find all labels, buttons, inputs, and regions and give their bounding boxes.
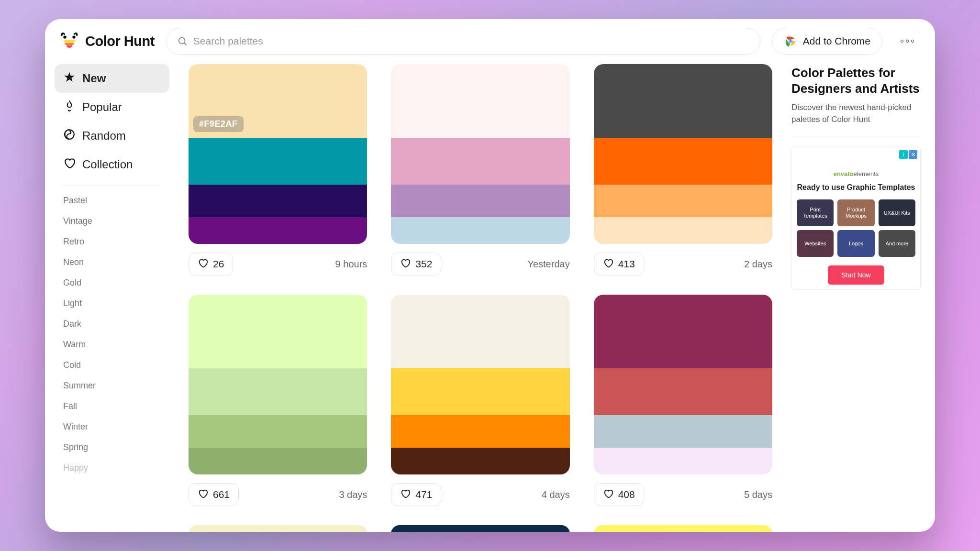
like-button[interactable]: 408 (594, 483, 644, 506)
like-button[interactable]: 352 (391, 253, 441, 276)
tag-fall[interactable]: Fall (63, 401, 169, 411)
palette[interactable] (391, 525, 569, 532)
palette-swatch[interactable] (594, 295, 772, 368)
palette-swatch[interactable] (594, 448, 772, 474)
brand[interactable]: Color Hunt (59, 31, 155, 51)
palette[interactable]: #F9E2AF (189, 64, 367, 244)
palette-swatch[interactable] (189, 295, 367, 368)
tag-gold[interactable]: Gold (63, 278, 169, 288)
palette-meta: 4085 days (594, 483, 772, 506)
tag-happy[interactable]: Happy (63, 463, 169, 473)
palette-time: Yesterday (527, 259, 569, 270)
heart-icon (603, 488, 613, 501)
chrome-icon (784, 34, 797, 48)
ad-tile[interactable]: Print Templates (797, 199, 834, 226)
right-divider (791, 136, 921, 136)
palette-swatch[interactable] (594, 185, 772, 217)
tag-dark[interactable]: Dark (63, 319, 169, 329)
like-button[interactable]: 413 (594, 253, 644, 276)
palette-grid: #F9E2AF269 hours352Yesterday4132 days661… (189, 64, 772, 532)
palette-swatch[interactable] (594, 217, 772, 244)
palette-swatch[interactable] (391, 217, 569, 244)
tag-light[interactable]: Light (63, 298, 169, 309)
like-button[interactable]: 661 (189, 483, 239, 506)
nav-icon (63, 157, 76, 172)
palette-swatch[interactable] (189, 185, 367, 217)
tag-warm[interactable]: Warm (63, 340, 169, 350)
palette-swatch[interactable] (391, 415, 569, 448)
palette[interactable] (594, 64, 772, 244)
add-to-chrome-button[interactable]: Add to Chrome (772, 28, 882, 55)
palette-swatch[interactable] (391, 295, 569, 368)
tag-pastel[interactable]: Pastel (63, 196, 169, 206)
tag-winter[interactable]: Winter (63, 422, 169, 432)
palette-card: 4085 days (594, 295, 772, 506)
palette-swatch[interactable] (391, 138, 569, 185)
nav-icon (63, 128, 76, 143)
palette[interactable] (189, 295, 367, 474)
palette-swatch[interactable] (594, 138, 772, 185)
nav-new[interactable]: New (55, 64, 169, 93)
tag-spring[interactable]: Spring (63, 442, 169, 452)
chrome-button-label: Add to Chrome (803, 35, 870, 47)
tag-vintage[interactable]: Vintage (63, 216, 169, 226)
palette-swatch[interactable] (391, 448, 569, 474)
heart-icon (400, 258, 411, 270)
palette-swatch[interactable] (391, 185, 569, 217)
palette[interactable] (391, 64, 569, 244)
nav-popular[interactable]: Popular (55, 93, 169, 121)
search-icon (177, 36, 188, 46)
svg-point-2 (178, 38, 185, 44)
search-input[interactable] (193, 35, 749, 47)
palette-swatch[interactable] (594, 415, 772, 448)
palette-swatch[interactable] (189, 368, 367, 415)
palette-swatch[interactable] (391, 368, 569, 415)
palette[interactable] (594, 525, 772, 532)
ad-tile[interactable]: UX&UI Kits (879, 199, 915, 226)
ad-tile[interactable]: Logos (837, 230, 874, 257)
nav-label: Popular (82, 100, 122, 114)
tag-summer[interactable]: Summer (63, 381, 169, 391)
tag-neon[interactable]: Neon (63, 257, 169, 267)
nav-random[interactable]: Random (55, 121, 169, 150)
nav-label: New (82, 72, 106, 85)
ad-close-icon[interactable]: ✕ (909, 150, 917, 159)
logo-icon (59, 31, 79, 51)
palette-swatch[interactable]: #F9E2AF (189, 64, 367, 138)
palette-meta: 4132 days (594, 253, 772, 276)
palette-swatch[interactable] (189, 448, 367, 474)
ad-tile[interactable]: And more (879, 230, 915, 257)
palette-card-peek (594, 525, 772, 532)
app-window: Color Hunt Add to Chrome NewPopularRando… (45, 19, 935, 532)
palette-swatch[interactable] (189, 138, 367, 185)
palette[interactable] (391, 295, 569, 474)
like-count: 413 (618, 258, 635, 270)
search-box[interactable] (166, 28, 760, 55)
nav-icon (63, 99, 76, 115)
palette[interactable] (594, 295, 772, 474)
svg-point-1 (72, 35, 75, 38)
ad-tile[interactable]: Websites (797, 230, 834, 257)
like-button[interactable]: 471 (391, 483, 441, 506)
ad-info-icon[interactable]: i (899, 150, 908, 159)
hex-label[interactable]: #F9E2AF (193, 116, 244, 132)
palette-swatch[interactable] (594, 64, 772, 138)
svg-point-0 (63, 35, 66, 38)
ad-tile[interactable]: Product Mockups (837, 199, 874, 226)
palette-swatch[interactable] (594, 368, 772, 415)
palette[interactable] (189, 525, 367, 532)
palette-time: 9 hours (335, 259, 368, 270)
heart-icon (603, 258, 613, 270)
palette-swatch[interactable] (189, 415, 367, 448)
like-button[interactable]: 26 (189, 253, 233, 276)
tag-cold[interactable]: Cold (63, 360, 169, 370)
sidebar-divider (63, 186, 161, 186)
more-menu-button[interactable] (894, 28, 921, 55)
ad-cta-button[interactable]: Start Now (828, 265, 884, 285)
palette-swatch[interactable] (189, 217, 367, 244)
ad-unit[interactable]: i ✕ envatoelements Ready to use Graphic … (791, 147, 921, 290)
nav-collection[interactable]: Collection (55, 150, 169, 179)
tag-retro[interactable]: Retro (63, 237, 169, 247)
tag-list: PastelVintageRetroNeonGoldLightDarkWarmC… (55, 193, 169, 473)
palette-swatch[interactable] (391, 64, 569, 138)
